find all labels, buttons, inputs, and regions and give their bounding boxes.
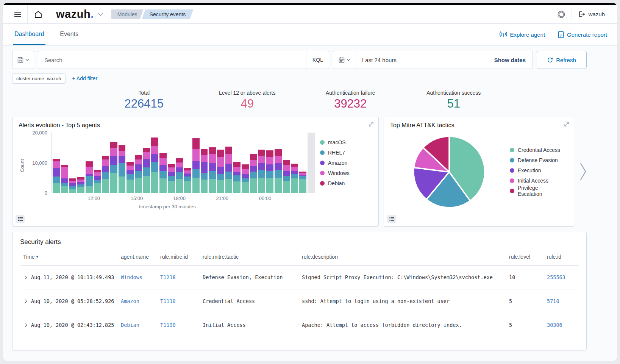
expand-panel-icon[interactable] [369, 122, 374, 127]
bar-26 [266, 150, 273, 193]
time-range-value[interactable]: Last 24 hours [356, 57, 494, 63]
x-tick: 12:00 [88, 195, 100, 201]
user-menu[interactable]: wazuh [572, 11, 612, 17]
tabs: Dashboard Events [13, 24, 80, 45]
search-input[interactable] [38, 51, 329, 69]
cell-rule-level: 5 [506, 298, 544, 304]
col-header-rule-mitre-tactic[interactable]: rule.mitre.tactic [200, 254, 299, 260]
legend-item-credential-access[interactable]: Credential Access [510, 145, 562, 155]
bar-segment-Amazon [135, 164, 142, 171]
legend-label: Windows [328, 170, 350, 176]
expand-panel-icon[interactable] [564, 122, 569, 127]
legend-item-debian[interactable]: Debian [320, 178, 372, 188]
inspect-panel-button[interactable] [387, 215, 396, 223]
legend-item-macos[interactable]: macOS [320, 137, 372, 147]
bar-28 [283, 160, 290, 193]
bar-segment-Debian [135, 155, 142, 159]
bar-segment-Windows [110, 148, 117, 156]
legend-item-privilege-escalation[interactable]: Privilege Escalation [510, 186, 562, 196]
bar-segment-Debian [110, 142, 117, 148]
cell-description: sshd: Attempt to login using a non-exist… [299, 298, 506, 304]
expand-row-icon[interactable] [23, 275, 27, 279]
cell-time: Aug 10, 2020 @ 05:28:52.926 [20, 298, 118, 304]
generate-report-button[interactable]: Generate report [558, 31, 607, 38]
bar-segment-RHEL7 [283, 176, 290, 181]
inspect-panel-button[interactable] [16, 215, 25, 223]
wazuh-logo[interactable]: wazuh. [49, 8, 98, 20]
tab-actions: Explore agent Generate report [500, 24, 607, 45]
bar-segment-Amazon [242, 174, 249, 178]
panel-title: Top Mitre ATT&K tactics [390, 122, 568, 129]
bar-segment-macOS [168, 181, 175, 193]
refresh-button[interactable]: Refresh [537, 51, 587, 69]
tab-dashboard[interactable]: Dashboard [13, 24, 45, 45]
menu-button[interactable] [8, 5, 27, 23]
query-language-button[interactable]: KQL [306, 51, 329, 69]
col-header-rule-id[interactable]: rule.id [544, 254, 579, 260]
legend-label: Defense Evasion [518, 157, 558, 163]
expand-row-icon[interactable] [23, 299, 27, 303]
breadcrumb-modules[interactable]: Modules [111, 9, 144, 19]
cell-agent-name: Debian [118, 322, 157, 328]
col-header-time[interactable]: Time▾ [20, 254, 118, 260]
bar-segment-RHEL7 [126, 174, 134, 180]
col-header-agent-name[interactable]: agent.name [118, 254, 157, 260]
legend-item-rhel7[interactable]: RHEL7 [320, 147, 372, 158]
bar-segment-Debian [275, 149, 282, 156]
alerts-table-head: Time▾agent.namerule.mitre.idrule.mitre.t… [20, 248, 579, 266]
next-panels-button[interactable] [579, 117, 587, 227]
bar-segment-Windows [258, 156, 265, 163]
bar-segment-macOS [233, 181, 241, 193]
bar-segment-Debian [192, 138, 200, 149]
app-window: wazuh. Modules Security events wazuh [3, 3, 617, 361]
expand-row-icon[interactable] [23, 323, 27, 327]
add-filter-button[interactable]: + Add filter [72, 75, 98, 81]
legend-dot [320, 181, 325, 186]
bar-segment-RHEL7 [77, 184, 84, 187]
tab-events[interactable]: Events [58, 24, 80, 45]
logout-icon [579, 11, 586, 17]
show-dates-button[interactable]: Show dates [494, 57, 533, 63]
legend-item-defense-evasion[interactable]: Defense Evasion [510, 155, 562, 165]
cell-mitre-tactic: Initial Access [200, 322, 299, 328]
filter-row: cluster.name: wazuh + Add filter [12, 73, 587, 84]
breadcrumb: Modules Security events [111, 9, 194, 19]
legend-item-windows[interactable]: Windows [320, 168, 372, 178]
bar-segment-macOS [53, 183, 60, 193]
cell-mitre-id: T1190 [157, 322, 200, 328]
legend-item-amazon[interactable]: Amazon [320, 158, 372, 168]
col-header-rule-level[interactable]: rule.level [506, 254, 544, 260]
stat: Total 226415 [92, 90, 196, 111]
cell-description: Apache: Attempt to access forbidden dire… [299, 322, 506, 328]
x-axis-title: timestamp per 30 minutes [19, 204, 316, 209]
bar-12 [151, 137, 158, 193]
bar-segment-RHEL7 [184, 177, 191, 181]
col-header-rule-mitre-id[interactable]: rule.mitre.id [157, 254, 200, 260]
bar-segment-RHEL7 [299, 176, 306, 179]
alerts-table-body: Aug 11, 2020 @ 10:13:49.493WindowsT1218D… [20, 266, 579, 337]
filter-chip-cluster-name[interactable]: cluster.name: wazuh [12, 73, 66, 84]
bar-segment-RHEL7 [86, 176, 93, 186]
col-header-rule-description[interactable]: rule.description [299, 254, 506, 260]
x-tick: 18:00 [173, 195, 186, 201]
pie-svg[interactable] [411, 134, 487, 210]
bar-y-axis: Count 20,000 10,000 0 [19, 133, 51, 193]
legend-item-initial-access[interactable]: Initial Access [510, 175, 562, 186]
logo-chevron-down-icon[interactable] [98, 13, 103, 16]
hamburger-icon [14, 12, 21, 17]
alert-row: Aug 10, 2020 @ 05:28:52.926AmazonT1110Cr… [20, 289, 579, 313]
date-picker-calendar-button[interactable] [333, 51, 356, 69]
bar-segment-Amazon [225, 164, 233, 172]
bar-segment-macOS [258, 178, 265, 193]
chevron-right-icon [580, 162, 587, 181]
legend-item-execution[interactable]: Execution [510, 165, 562, 175]
breadcrumb-security-events[interactable]: Security events [142, 9, 194, 19]
saved-query-button[interactable] [12, 51, 34, 69]
bar-segment-Windows [275, 156, 282, 163]
bar-segment-Windows [233, 167, 241, 172]
bar-segment-Windows [176, 162, 183, 167]
bar-segment-Windows [184, 170, 191, 173]
home-button[interactable] [28, 5, 49, 23]
explore-agent-button[interactable]: Explore agent [500, 31, 545, 38]
health-check-button[interactable] [551, 5, 572, 23]
